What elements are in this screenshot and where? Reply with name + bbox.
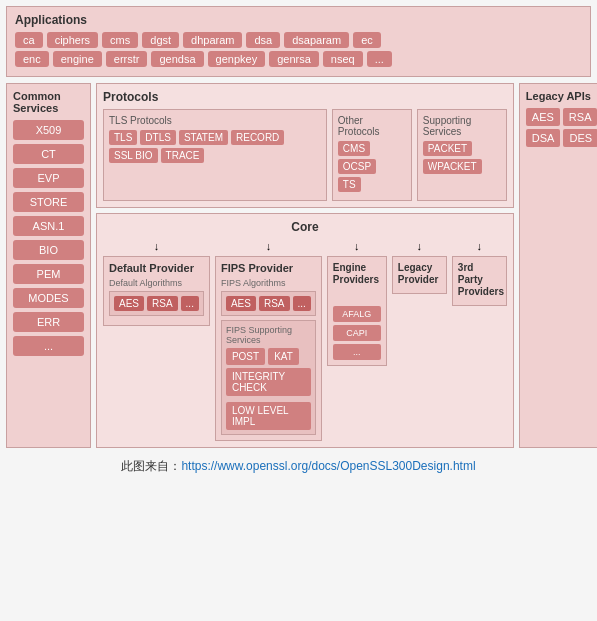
default-algo-box: AES RSA ... (109, 291, 204, 316)
supporting-services-title: Supporting Services (423, 115, 501, 137)
arrow-engine: ↓ (327, 240, 387, 252)
fips-more[interactable]: ... (293, 296, 311, 311)
applications-title: Applications (15, 13, 582, 27)
app-tag-cms[interactable]: cms (102, 32, 138, 48)
service-err[interactable]: ERR (13, 312, 84, 332)
legacy-dsa[interactable]: DSA (526, 129, 561, 147)
app-tag-more[interactable]: ... (367, 51, 392, 67)
fips-algo-box: AES RSA ... (221, 291, 316, 316)
proto-ts[interactable]: TS (338, 177, 361, 192)
fips-rsa[interactable]: RSA (259, 296, 290, 311)
common-services-panel: Common Services X509 CT EVP STORE ASN.1 … (6, 83, 91, 448)
default-provider-subtitle: Default Algorithms (109, 278, 204, 288)
tls-protocols-title: TLS Protocols (109, 115, 321, 126)
app-tag-engine[interactable]: engine (53, 51, 102, 67)
proto-packet[interactable]: PACKET (423, 141, 472, 156)
engine-capi[interactable]: CAPI (333, 325, 381, 341)
proto-record[interactable]: RECORD (231, 130, 284, 145)
app-tag-errstr[interactable]: errstr (106, 51, 148, 67)
legacy-aes[interactable]: AES (526, 108, 560, 126)
service-asn1[interactable]: ASN.1 (13, 216, 84, 236)
proto-statem[interactable]: STATEM (179, 130, 228, 145)
proto-wpacket[interactable]: WPACKET (423, 159, 482, 174)
app-tag-genpkey[interactable]: genpkey (208, 51, 266, 67)
default-more[interactable]: ... (181, 296, 199, 311)
proto-dtls[interactable]: DTLS (140, 130, 176, 145)
engine-providers-title: Engine Providers (333, 262, 381, 286)
app-tag-ca[interactable]: ca (15, 32, 43, 48)
other-row1: CMS OCSP (338, 141, 406, 174)
fips-aes[interactable]: AES (226, 296, 256, 311)
supporting-services-group: Supporting Services PACKET WPACKET (417, 109, 507, 201)
legacy-des[interactable]: DES (563, 129, 597, 147)
core-label: Core (103, 220, 507, 234)
service-pem[interactable]: PEM (13, 264, 84, 284)
service-store[interactable]: STORE (13, 192, 84, 212)
service-evp[interactable]: EVP (13, 168, 84, 188)
fips-supporting-box: FIPS Supporting Services POST KAT INTEGR… (221, 320, 316, 435)
main-container: Applications ca ciphers cms dgst dhparam… (0, 0, 597, 485)
applications-section: Applications ca ciphers cms dgst dhparam… (6, 6, 591, 77)
content-area: Common Services X509 CT EVP STORE ASN.1 … (6, 83, 591, 448)
protocols-title: Protocols (103, 90, 507, 104)
app-tag-genrsa[interactable]: genrsa (269, 51, 319, 67)
proto-tls[interactable]: TLS (109, 130, 137, 145)
engine-more[interactable]: ... (333, 344, 381, 360)
middle-area: Protocols TLS Protocols TLS DTLS STATEM … (96, 83, 514, 448)
fips-integrity[interactable]: INTEGRITY CHECK (226, 368, 311, 396)
service-bio[interactable]: BIO (13, 240, 84, 260)
footer-link[interactable]: https://www.openssl.org/docs/OpenSSL300D… (181, 459, 475, 473)
fips-algos: AES RSA ... (226, 296, 311, 311)
app-tag-dsa[interactable]: dsa (246, 32, 280, 48)
supporting-row2: WPACKET (423, 159, 501, 174)
arrow-thirdparty: ↓ (452, 240, 507, 252)
legacy-rsa[interactable]: RSA (563, 108, 597, 126)
app-tag-dgst[interactable]: dgst (142, 32, 179, 48)
app-tag-dhparam[interactable]: dhparam (183, 32, 242, 48)
app-tag-dsaparam[interactable]: dsaparam (284, 32, 349, 48)
arrows-row: ↓ ↓ ↓ ↓ ↓ (103, 240, 507, 252)
fips-provider-title: FIPS Provider (221, 262, 316, 274)
proto-sslbio[interactable]: SSL BIO (109, 148, 158, 163)
default-aes[interactable]: AES (114, 296, 144, 311)
service-ct[interactable]: CT (13, 144, 84, 164)
app-tag-enc[interactable]: enc (15, 51, 49, 67)
fips-lowlevel[interactable]: LOW LEVEL IMPL (226, 402, 311, 430)
service-modes[interactable]: MODES (13, 288, 84, 308)
fips-kat[interactable]: KAT (268, 348, 299, 365)
service-x509[interactable]: X509 (13, 120, 84, 140)
core-providers-section: Core ↓ ↓ ↓ ↓ ↓ Default Provider Default … (96, 213, 514, 448)
legacy-provider-title: Legacy Provider (398, 262, 441, 286)
thirdparty-provider-title: 3rd Party Providers (458, 262, 501, 298)
default-provider-title: Default Provider (109, 262, 204, 274)
protocols-section: Protocols TLS Protocols TLS DTLS STATEM … (96, 83, 514, 208)
app-tag-ec[interactable]: ec (353, 32, 381, 48)
legacy-row1: AES RSA DH (526, 108, 592, 126)
fips-post[interactable]: POST (226, 348, 265, 365)
other-protocols-title: Other Protocols (338, 115, 406, 137)
default-rsa[interactable]: RSA (147, 296, 178, 311)
proto-cms[interactable]: CMS (338, 141, 370, 156)
service-more[interactable]: ... (13, 336, 84, 356)
other-protocols-group: Other Protocols CMS OCSP TS (332, 109, 412, 201)
arrow-legacy: ↓ (392, 240, 447, 252)
legacy-apis-panel: Legacy APIs AES RSA DH DSA DES ... (519, 83, 597, 448)
app-tag-nseq[interactable]: nseq (323, 51, 363, 67)
default-algos: AES RSA ... (114, 296, 199, 311)
proto-trace[interactable]: TRACE (161, 148, 205, 163)
app-tag-gendsa[interactable]: gendsa (151, 51, 203, 67)
footer: 此图来自：https://www.openssl.org/docs/OpenSS… (6, 454, 591, 479)
tls-row1: TLS DTLS STATEM RECORD (109, 130, 321, 145)
app-tag-ciphers[interactable]: ciphers (47, 32, 98, 48)
protocols-inner: TLS Protocols TLS DTLS STATEM RECORD SSL… (103, 109, 507, 201)
providers-row: Default Provider Default Algorithms AES … (103, 256, 507, 441)
thirdparty-provider-box: 3rd Party Providers (452, 256, 507, 306)
legacy-apis-title: Legacy APIs (526, 90, 592, 102)
engine-providers-box: Engine Providers AFALG CAPI ... (327, 256, 387, 366)
arrow-fips: ↓ (215, 240, 322, 252)
other-row2: TS (338, 177, 406, 192)
engine-afalg[interactable]: AFALG (333, 306, 381, 322)
proto-ocsp[interactable]: OCSP (338, 159, 376, 174)
applications-row1: ca ciphers cms dgst dhparam dsa dsaparam… (15, 32, 582, 48)
supporting-row1: PACKET (423, 141, 501, 156)
